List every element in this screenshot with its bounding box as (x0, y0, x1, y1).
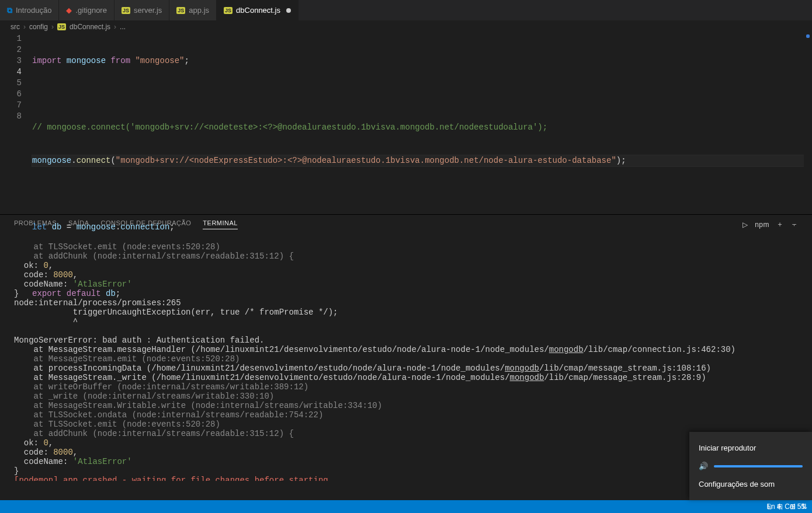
modified-dot-icon (286, 8, 291, 13)
term-line: at addChunk (node:internal/streams/reada… (14, 429, 294, 438)
t: ; (116, 289, 120, 298)
tab-server-js[interactable]: JS server.js (114, 0, 169, 20)
js-icon: JS (57, 23, 66, 30)
t: db (106, 289, 116, 298)
term-line: at TLSSocket.ondata (node:internal/strea… (14, 410, 323, 420)
t: mongoose (67, 56, 106, 65)
popup-title-row[interactable]: Iniciar reprodutor (689, 439, 812, 457)
line-number: 6 (0, 89, 22, 100)
t: import (32, 56, 61, 65)
term-line: at MessageStream._write (/home/linuxmint… (14, 373, 510, 382)
term-line: 'AtlasError' (73, 457, 132, 466)
git-icon: ◆ (66, 6, 72, 15)
t: export (32, 289, 61, 298)
chevron-right-icon: › (51, 23, 54, 31)
line-gutter: 1 2 3 4 5 6 7 8 (0, 33, 32, 214)
t: connect (77, 156, 111, 165)
term-line: /lib/cmap/connection.js:462:30) (584, 345, 735, 354)
breadcrumb-seg: ... (120, 23, 126, 31)
volume-row[interactable]: 🔊 (689, 457, 812, 475)
taskbar-tray: ⎘ ⛨ ⊞ ⇅ (767, 500, 807, 513)
line-number: 5 (0, 78, 22, 89)
tray-icon[interactable]: ⊞ (790, 502, 796, 511)
breadcrumb-seg: config (29, 23, 48, 31)
term-line: code: (14, 448, 53, 457)
sound-popup: Iniciar reprodutor 🔊 Configurações de so… (689, 432, 812, 500)
speaker-icon: 🔊 (699, 462, 708, 470)
tray-icon[interactable]: ⎘ (767, 502, 771, 511)
term-line: mongodb (505, 364, 539, 373)
t: ; (184, 56, 189, 65)
t: ) (616, 156, 621, 165)
t: ( (110, 156, 115, 165)
term-line: at MessageStream.emit (node:events:520:2… (14, 354, 240, 364)
term-line: , (48, 438, 53, 448)
tab-label: app.js (189, 6, 209, 15)
status-bar: Ln 4, Col 55 (0, 500, 812, 513)
line-number: 7 (0, 100, 22, 111)
popup-title: Iniciar reprodutor (699, 444, 756, 452)
line-number: 8 (0, 111, 22, 122)
tab-gitignore[interactable]: ◆ .gitignore (59, 0, 114, 20)
line-number: 4 (0, 67, 22, 78)
minimap[interactable] (804, 32, 812, 213)
t: = (61, 222, 76, 232)
term-line: } (14, 466, 19, 476)
t: "mongoose" (135, 56, 184, 65)
term-line: codeName: (14, 457, 73, 466)
code-editor[interactable]: 1 2 3 4 5 6 7 8 import mongoose from "mo… (0, 33, 812, 214)
term-line: at _write (node:internal/streams/writabl… (14, 392, 274, 401)
t: . (71, 156, 76, 165)
chevron-right-icon: › (23, 23, 26, 31)
code-area[interactable]: import mongoose from "mongoose"; // mong… (32, 33, 812, 214)
line-number: 1 (0, 33, 22, 44)
line-number: 2 (0, 44, 22, 55)
editor-tab-bar: ⧉ Introdução ◆ .gitignore JS server.js J… (0, 0, 812, 20)
term-line: 0 (43, 438, 48, 448)
term-line: /lib/cmap/message_stream.js:28:9) (544, 373, 706, 382)
breadcrumb-seg: dbConnect.js (70, 23, 110, 31)
t: db (52, 222, 62, 232)
t: from (110, 56, 130, 65)
t: mongoose (77, 222, 116, 232)
breadcrumb[interactable]: src › config › JS dbConnect.js › ... (0, 20, 812, 33)
t: "mongodb+srv://<nodeExpressEstudo>:<?>@n… (116, 156, 616, 165)
term-line: at writeOrBuffer (node:internal/streams/… (14, 382, 308, 392)
term-line: at TLSSocket.emit (node:events:520:28) (14, 420, 220, 429)
tab-label: .gitignore (75, 6, 106, 15)
t: connection (120, 222, 169, 232)
t: ; (169, 222, 174, 232)
line-number: 3 (0, 55, 22, 67)
js-icon: JS (122, 7, 130, 14)
volume-slider[interactable] (714, 465, 803, 467)
term-line: 8000 (53, 448, 73, 457)
shield-icon[interactable]: ⛨ (777, 502, 784, 511)
term-line: } (14, 289, 19, 298)
tab-label: server.js (134, 6, 162, 15)
term-line: at MessageStream.Writable.write (node:in… (14, 401, 382, 410)
t: mongoose (32, 156, 71, 165)
tab-label: dbConnect.js (236, 6, 280, 15)
term-line: at MessageStream.messageHandler (/home/l… (14, 345, 549, 354)
term-line: MongoServerError: bad auth : Authenticat… (14, 336, 264, 345)
t: ; (621, 156, 626, 165)
tab-introducao[interactable]: ⧉ Introdução (0, 0, 59, 20)
term-line: , (73, 448, 78, 457)
t: let (32, 222, 47, 232)
sound-settings-row[interactable]: Configurações de som (689, 475, 812, 493)
t: default (67, 289, 101, 298)
chevron-right-icon: › (114, 23, 116, 31)
tab-label: Introdução (16, 6, 51, 15)
term-line: mongodb (510, 373, 544, 382)
tab-app-js[interactable]: JS app.js (169, 0, 217, 20)
breadcrumb-seg: src (11, 23, 20, 31)
term-line: /lib/cmap/message_stream.js:108:16) (539, 364, 711, 373)
js-icon: JS (176, 7, 185, 14)
sound-settings-label: Configurações de som (699, 480, 775, 488)
term-line: mongodb (549, 345, 584, 354)
tab-dbconnect-js[interactable]: JS dbConnect.js (217, 0, 299, 20)
vscode-icon: ⧉ (7, 6, 12, 15)
term-line: [nodemon] app crashed - waiting for file… (14, 476, 343, 481)
js-icon: JS (224, 7, 233, 14)
network-icon[interactable]: ⇅ (801, 502, 807, 511)
